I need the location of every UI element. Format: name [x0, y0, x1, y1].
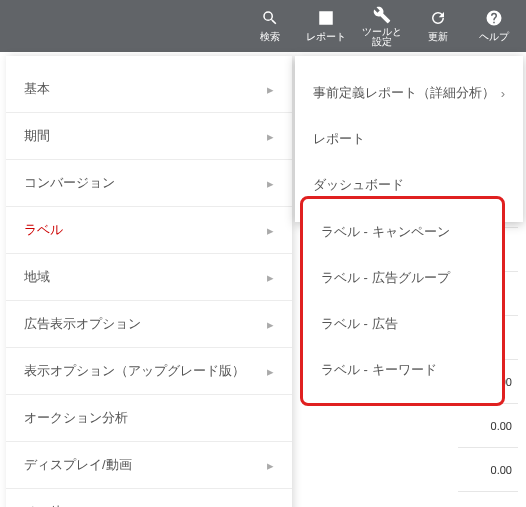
label-submenu: ラベル - キャンペーンラベル - 広告グループラベル - 広告ラベル - キー… — [300, 196, 505, 406]
popover-item-label: ダッシュボード — [313, 176, 404, 194]
left-menu-item-label: オークション分析 — [24, 409, 128, 427]
chevron-right-icon: ▸ — [267, 270, 274, 285]
data-cell: 0.00 — [458, 404, 518, 448]
toolbar-label: レポート — [306, 30, 346, 44]
chevron-right-icon: ▸ — [267, 317, 274, 332]
search-icon — [261, 9, 279, 27]
left-menu-item[interactable]: ディスプレイ/動画▸ — [6, 442, 292, 489]
toolbar-label: 検索 — [260, 30, 280, 44]
toolbar-label: ツールと 設定 — [362, 27, 402, 47]
popover-item-label: 事前定義レポート（詳細分析） — [313, 84, 495, 102]
left-menu-item[interactable]: コンバージョン▸ — [6, 160, 292, 207]
toolbar-label: 更新 — [428, 30, 448, 44]
left-menu-item[interactable]: 広告表示オプション▸ — [6, 301, 292, 348]
left-menu-item-label: 基本 — [24, 80, 50, 98]
toolbar-reports[interactable]: レポート — [298, 0, 354, 52]
chevron-right-icon: ▸ — [267, 129, 274, 144]
toolbar-tools[interactable]: ツールと 設定 — [354, 0, 410, 52]
refresh-icon — [429, 9, 447, 27]
chevron-right-icon: ▸ — [267, 223, 274, 238]
submenu-item[interactable]: ラベル - 広告 — [303, 301, 502, 347]
left-menu-item-label: 広告表示オプション — [24, 315, 141, 333]
left-menu-item[interactable]: 地域▸ — [6, 254, 292, 301]
chevron-right-icon: ▸ — [267, 364, 274, 379]
toolbar-search[interactable]: 検索 — [242, 0, 298, 52]
popover-item-label: レポート — [313, 130, 365, 148]
submenu-item[interactable]: ラベル - キャンペーン — [303, 209, 502, 255]
left-menu-item[interactable]: その他▸ — [6, 489, 292, 507]
left-menu-item[interactable]: 基本▸ — [6, 66, 292, 113]
left-menu-item-label: コンバージョン — [24, 174, 115, 192]
predefined-reports-menu: 基本▸期間▸コンバージョン▸ラベル▸地域▸広告表示オプション▸表示オプション（ア… — [6, 56, 292, 507]
wrench-icon — [373, 6, 391, 24]
left-menu-item-label: 期間 — [24, 127, 50, 145]
submenu-item[interactable]: ラベル - 広告グループ — [303, 255, 502, 301]
top-toolbar: 検索 レポート ツールと 設定 更新 ヘルプ — [0, 0, 526, 52]
chevron-right-icon: ▸ — [267, 82, 274, 97]
toolbar-help[interactable]: ヘルプ — [466, 0, 522, 52]
left-menu-item[interactable]: 表示オプション（アップグレード版）▸ — [6, 348, 292, 395]
chevron-right-icon: ▸ — [267, 458, 274, 473]
popover-item[interactable]: 事前定義レポート（詳細分析）› — [295, 70, 523, 116]
left-menu-item-label: ラベル — [24, 221, 63, 239]
left-menu-item-label: ディスプレイ/動画 — [24, 456, 132, 474]
chart-icon — [317, 9, 335, 27]
chevron-right-icon: › — [501, 86, 505, 101]
toolbar-refresh[interactable]: 更新 — [410, 0, 466, 52]
left-menu-item-label: その他 — [24, 503, 63, 507]
left-menu-item-label: 表示オプション（アップグレード版） — [24, 362, 245, 380]
left-menu-item[interactable]: オークション分析▸ — [6, 395, 292, 442]
data-cell: 0.00 — [458, 448, 518, 492]
help-icon — [485, 9, 503, 27]
submenu-item[interactable]: ラベル - キーワード — [303, 347, 502, 393]
left-menu-item[interactable]: ラベル▸ — [6, 207, 292, 254]
chevron-right-icon: ▸ — [267, 176, 274, 191]
toolbar-label: ヘルプ — [479, 30, 509, 44]
popover-item[interactable]: レポート — [295, 116, 523, 162]
left-menu-item[interactable]: 期間▸ — [6, 113, 292, 160]
left-menu-item-label: 地域 — [24, 268, 50, 286]
